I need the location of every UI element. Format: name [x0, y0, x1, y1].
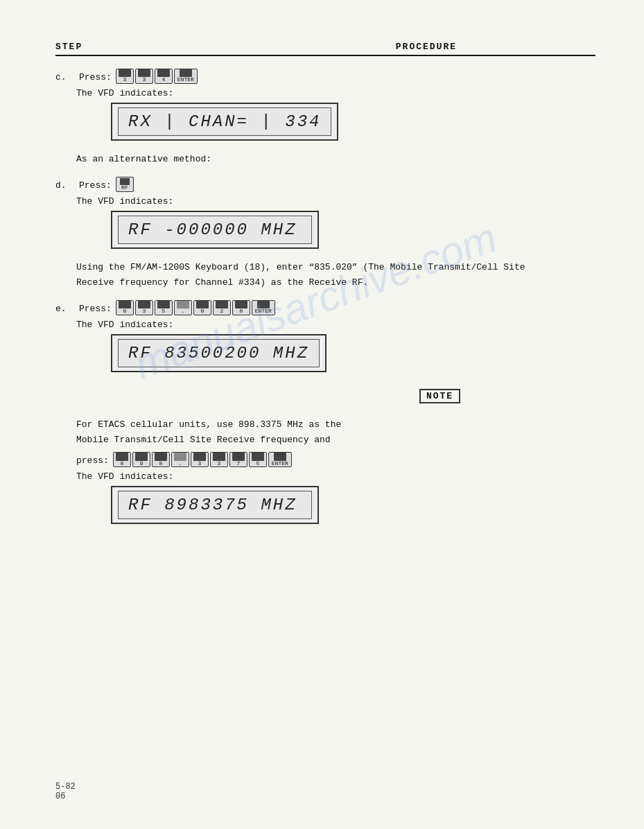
key-n8b[interactable]: 8: [152, 452, 170, 467]
vfd-d-display: RF -000000 MHZ: [111, 211, 319, 249]
key-3a[interactable]: 3: [116, 69, 134, 84]
alt-method-label: As an alternative method:: [76, 152, 548, 167]
step-e-press-row: e. Press: 8 3 5 . 0 2 0 ENTER: [55, 300, 595, 315]
note-section: For ETACS cellular units, use 898.3375 M…: [55, 417, 595, 531]
step-d-press-row: d. Press: RF: [55, 177, 595, 192]
step-e-section: e. Press: 8 3 5 . 0 2 0 ENTER The VFD in…: [55, 300, 595, 379]
key-8[interactable]: 8: [116, 300, 134, 315]
vfd-note-inner: RF 8983375 MHZ: [118, 491, 312, 519]
note-label: NOTE: [419, 389, 460, 403]
step-e-label: e.: [55, 304, 76, 314]
key-3[interactable]: 3: [135, 300, 153, 315]
vfd-d-text: RF -000000 MHZ: [125, 219, 300, 241]
page-code: 06: [55, 792, 76, 801]
key-dot[interactable]: .: [174, 300, 192, 315]
step-header: STEP: [55, 42, 82, 52]
vfd-c-display: RX | CHAN= | 334: [111, 103, 338, 141]
key-enter-c[interactable]: ENTER: [174, 69, 198, 84]
key-rf[interactable]: RF: [116, 177, 134, 192]
key-0b[interactable]: 0: [232, 300, 250, 315]
note-keys: 8 9 8 . 3 3 7 5 ENTER: [113, 452, 292, 467]
key-enter-note[interactable]: ENTER: [268, 452, 292, 467]
step-d-label: d.: [55, 180, 76, 191]
step-c-press-label: Press:: [79, 72, 112, 82]
key-3b[interactable]: 3: [135, 69, 153, 84]
step-d-section: d. Press: RF The VFD indicates: RF -0000…: [55, 177, 595, 290]
key-n8[interactable]: 8: [113, 452, 131, 467]
note-press-label: press:: [76, 455, 109, 466]
vfd-d-inner: RF -000000 MHZ: [118, 216, 312, 244]
note-press-row: press: 8 9 8 . 3 3 7 5 ENTER: [76, 452, 595, 467]
procedure-header: PROCEDURE: [396, 42, 457, 52]
header: STEP PROCEDURE: [55, 42, 595, 56]
vfd-e-inner: RF 83500200 MHZ: [118, 339, 320, 367]
step-d-press-label: Press:: [79, 180, 112, 191]
key-enter-e[interactable]: ENTER: [252, 300, 275, 315]
key-n5[interactable]: 5: [249, 452, 267, 467]
vfd-e-text: RF 83500200 MHZ: [125, 342, 312, 364]
vfd-c-text: RX | CHAN= | 334: [125, 111, 324, 132]
step-e-press-label: Press:: [79, 304, 112, 314]
vfd-e-label: The VFD indicates:: [76, 320, 595, 330]
key-n7[interactable]: 7: [229, 452, 247, 467]
vfd-note-label: The VFD indicates:: [76, 471, 595, 482]
step-c-press-row: c. Press: 3 3 4 ENTER: [55, 69, 595, 84]
step-c-section: c. Press: 3 3 4 ENTER The VFD indicates:…: [55, 69, 595, 167]
key-ndot[interactable]: .: [171, 452, 189, 467]
step-d-keys: RF: [116, 177, 134, 192]
footer: 5-82 06: [55, 782, 76, 801]
vfd-d-label: The VFD indicates:: [76, 196, 595, 207]
key-n3b[interactable]: 3: [210, 452, 228, 467]
page: manualsarchive.com STEP PROCEDURE c. Pre…: [0, 0, 644, 829]
key-n9[interactable]: 9: [132, 452, 150, 467]
vfd-note-text: RF 8983375 MHZ: [125, 494, 300, 516]
page-number: 5-82: [55, 782, 76, 792]
note-text: For ETACS cellular units, use 898.3375 M…: [76, 417, 548, 448]
key-0a[interactable]: 0: [193, 300, 211, 315]
step-e-keys: 8 3 5 . 0 2 0 ENTER: [116, 300, 275, 315]
step-c-keys: 3 3 4 ENTER: [116, 69, 198, 84]
step-c-label: c.: [55, 72, 76, 82]
key-4[interactable]: 4: [155, 69, 173, 84]
key-n3a[interactable]: 3: [191, 452, 209, 467]
note-container: NOTE: [55, 389, 595, 410]
step-d-text: Using the FM/AM-1200S Keyboard (18), ent…: [76, 260, 548, 290]
vfd-c-label: The VFD indicates:: [76, 88, 595, 98]
vfd-e-display: RF 83500200 MHZ: [111, 334, 327, 372]
vfd-c-inner: RX | CHAN= | 334: [118, 107, 331, 136]
key-5[interactable]: 5: [155, 300, 173, 315]
key-2[interactable]: 2: [213, 300, 231, 315]
vfd-note-display: RF 8983375 MHZ: [111, 486, 319, 524]
